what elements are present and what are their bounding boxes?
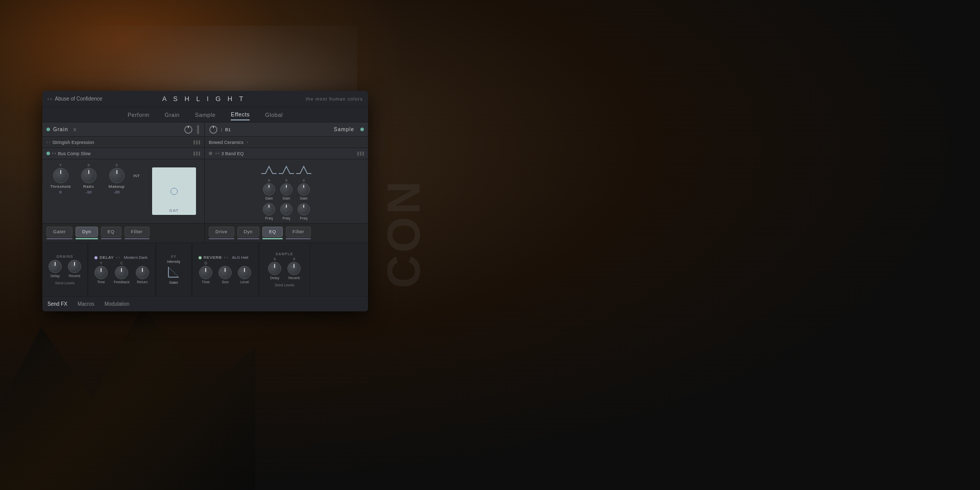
sample-eq-button[interactable]: EQ [262,227,283,237]
eq-gain-high-label: Gain [300,197,308,200]
reverb-section: REVERB ‹ › ALG Hall D Time Size [192,243,259,296]
threshold-knob[interactable] [53,168,68,183]
eq-freq-high-knob[interactable] [298,203,310,215]
delay-time-x: Y [100,261,103,265]
bottom-tab-sendfx[interactable]: Send FX [47,301,67,307]
grain-sub-header: ‹ › Stringish Expression [42,137,204,148]
comp-arrows[interactable]: ‹ › [52,151,56,156]
grains-reverb-label: Reverb [69,274,81,278]
delay-feedback-knob[interactable] [115,266,128,279]
bottom-tab-macros[interactable]: Macros [78,301,94,307]
reverb-time-wrap: D Time [199,261,212,284]
sample-delay-x: X [274,257,276,261]
dyn-button[interactable]: Dyn [76,227,98,237]
reverb-level-label: Level [240,280,249,284]
delay-title: DELAY [100,255,114,260]
plugin-subtitle: the most human colors [306,96,363,102]
eq-gain-low-knob[interactable] [263,183,275,195]
comp-led[interactable] [46,152,50,155]
grain-sub-right [193,140,200,144]
mini-bar-1 [193,140,195,144]
delay-feedback-wrap: C Feedback [114,261,130,284]
reverb-time-knob[interactable] [199,266,212,279]
reverb-title: REVERB [204,255,222,260]
eq-curve-high [296,164,311,175]
makeup-x-label: X [115,163,118,167]
delay-header: DELAY ‹ › Modern Dark [94,255,149,260]
reverb-arrows[interactable]: ‹ › [224,255,228,260]
tab-perform[interactable]: Perform [128,110,150,120]
eq-gain-mid-label: Gain [283,197,290,200]
eq-freq-mid-knob[interactable] [280,203,292,215]
sample-filter-button[interactable]: Filter [286,227,311,237]
eq-gain-low: X Gain [263,179,275,200]
grains-reverb-knob[interactable] [68,260,81,273]
filter-button[interactable]: Filter [125,227,150,237]
drive-button[interactable]: Drive [209,227,234,237]
reverb-level-knob[interactable] [238,266,251,279]
grains-send-levels: Send Levels [55,281,75,285]
bottom-send-row: GRAINS Delay Reverb Send Levels [42,242,368,296]
eq-arrows[interactable]: ‹ › [215,151,219,156]
grain-knob-icon[interactable] [184,125,193,134]
reverb-size-knob[interactable] [218,266,232,279]
mini-bar-2 [196,140,198,144]
eq-freq-low-label: Freq [265,216,273,220]
plugin-inner: Grain X ‹ › Stringish Expression [42,122,368,311]
sample-dyn-button[interactable]: Dyn [237,227,260,237]
delay-feedback-label: Feedback [114,280,130,284]
grains-reverb-wrap: Reverb [68,260,81,278]
sample-delay-knob[interactable] [268,262,281,275]
delay-return-knob[interactable] [136,266,149,279]
tab-sample[interactable]: Sample [195,110,215,120]
sample-preset-arrow[interactable]: › [247,140,248,144]
sample-led[interactable] [360,128,364,131]
plugin-window: ‹ › Abuse of Confidence A S H L I G H T … [42,91,368,311]
sample-delay-label: Delay [270,276,279,280]
sample-send-knobs: X Delay X Reverb [268,257,301,280]
ratio-group: X Ratio -10 [75,163,103,219]
eq-led[interactable] [209,152,212,155]
makeup-knob[interactable] [109,168,125,183]
eq-button[interactable]: EQ [101,227,121,237]
ratio-knob[interactable] [81,168,96,183]
eq-bar-1 [357,152,359,156]
eq-gain-high-knob[interactable] [298,183,310,195]
eq-title: 3 Band EQ [222,151,244,156]
mini-bar-3 [199,140,200,144]
filter-btn-wrap: Filter [125,227,150,239]
sample-reverb-knob[interactable] [287,262,301,275]
sample-sub-header: Bowed Ceramics › [205,137,368,148]
sample-dyn-indicator [237,238,260,239]
title-bar: ‹ › Abuse of Confidence A S H L I G H T … [42,91,368,107]
grain-close-btn[interactable]: X [73,127,76,132]
delay-time-knob[interactable] [94,266,108,279]
delay-return-label: Return [137,280,148,284]
tab-grain[interactable]: Grain [165,110,180,120]
grain-led[interactable] [46,128,50,131]
drive-indicator [209,238,234,239]
nav-arrows[interactable]: ‹ › [47,96,52,102]
grains-delay-knob[interactable] [48,260,62,273]
grains-delay-label: Delay [51,274,60,278]
eq-freq-low-knob[interactable] [263,203,275,215]
xy-display[interactable]: GAT [152,167,196,215]
eq-gain-mid-knob[interactable] [280,183,292,195]
sample-knob-icon[interactable] [209,125,218,134]
bottom-tab-modulation[interactable]: Modulation [105,301,130,307]
eq-curves [209,162,364,179]
delay-arrows[interactable]: ‹ › [116,255,120,260]
threshold-group: Y Threshold 0 [46,163,75,219]
tab-effects[interactable]: Effects [231,109,250,120]
sample-send-section: SAMPLE X Delay X Reverb Send Levels [259,243,310,296]
dyn-btn-wrap: Dyn [76,227,98,239]
makeup-label: Makeup [109,184,125,189]
grain-header-title: Grain [53,127,68,132]
filter-indicator [125,238,150,239]
reverb-led[interactable] [199,256,202,259]
tab-global[interactable]: Global [265,110,283,120]
delay-led[interactable] [94,256,97,259]
gater-button[interactable]: Gater [46,227,72,237]
eq-indicator [101,238,121,239]
eq-gain-high: X Gain [298,179,310,200]
